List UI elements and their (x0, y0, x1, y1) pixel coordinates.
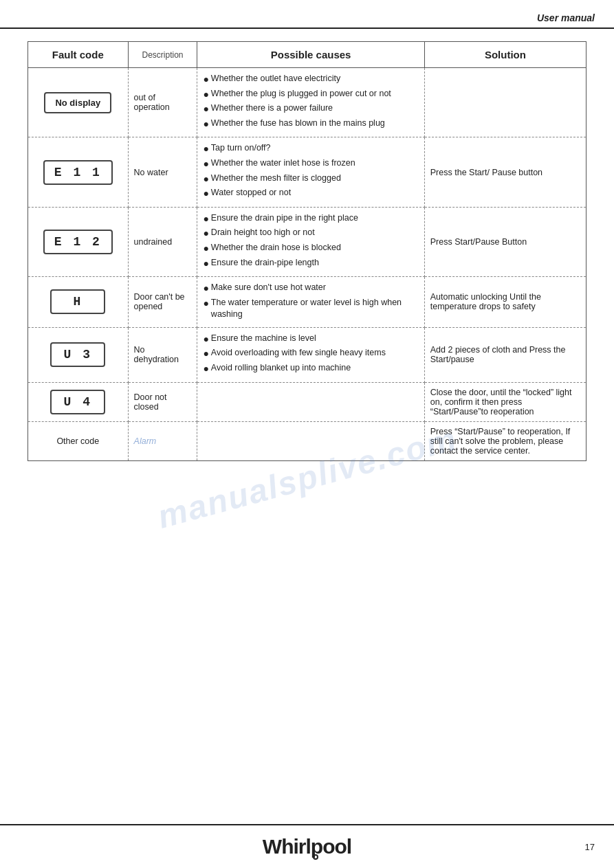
cause-text: The water temperature or water level is … (211, 297, 419, 321)
causes-cell: ●Ensure the machine is level●Avoid overl… (197, 327, 424, 382)
cause-text: Water stopped or not (211, 187, 291, 199)
cause-text: Ensure the machine is level (211, 333, 316, 345)
causes-cell: ●Whether the outlet have electricity●Whe… (197, 68, 424, 137)
cause-bullet: ● (203, 227, 208, 241)
table-row: U 4Door not closedClose the door, until … (28, 382, 586, 421)
description-cell: out of operation (128, 68, 197, 137)
main-content: Fault code Description Possible causes S… (0, 41, 614, 461)
cause-text: Ensure the drain-pipe length (211, 257, 319, 269)
cause-item: ●Ensure the drain pipe in the right plac… (203, 212, 418, 226)
cause-bullet: ● (203, 73, 208, 87)
table-row: Other codeAlarmPress “Start/Pause” to re… (28, 421, 586, 460)
cause-bullet: ● (203, 257, 208, 271)
cause-text: Whether the fuse has blown in the mains … (211, 118, 385, 130)
cause-text: Whether the mesh filter is clogged (211, 173, 341, 185)
cause-text: Make sure don't use hot water (211, 282, 326, 294)
solution-cell: Close the door, until the “locked” light… (424, 382, 586, 421)
cause-bullet: ● (203, 212, 208, 226)
cause-bullet: ● (203, 173, 208, 186)
cause-item: ●Whether the plug is plugged in power cu… (203, 88, 418, 102)
cause-item: ●Avoid overloading with few single heavy… (203, 347, 418, 361)
causes-cell: ●Make sure don't use hot water●The water… (197, 277, 424, 328)
description-cell: Door not closed (128, 382, 197, 421)
cause-bullet: ● (203, 333, 208, 346)
table-row: No displayout of operation●Whether the o… (28, 68, 586, 137)
cause-item: ●Water stopped or not (203, 187, 418, 201)
table-row: E 1 1No water●Tap turn on/off?●Whether t… (28, 137, 586, 207)
cause-bullet: ● (203, 157, 208, 171)
description-cell: Alarm (128, 421, 197, 460)
cause-item: ●Whether there is a power failure (203, 102, 418, 116)
cause-text: Ensure the drain pipe in the right place (211, 212, 358, 225)
cause-bullet: ● (203, 242, 208, 256)
table-row: U 3No dehydration●Ensure the machine is … (28, 327, 586, 382)
display-box: No display (44, 92, 111, 113)
display-box: U 3 (50, 342, 105, 367)
cause-bullet: ● (203, 187, 208, 201)
cause-item: ●Ensure the drain-pipe length (203, 257, 418, 271)
table-row: HDoor can't be opened●Make sure don't us… (28, 277, 586, 328)
fault-code-cell: U 4 (28, 382, 129, 421)
solution-cell (424, 68, 586, 137)
cause-item: ●Drain height too high or not (203, 227, 418, 241)
cause-bullet: ● (203, 362, 208, 376)
header-title: User manual (537, 12, 595, 23)
cause-bullet: ● (203, 142, 208, 156)
cause-item: ●Whether the fuse has blown in the mains… (203, 118, 418, 131)
solution-cell: Press Start/Pause Button (424, 207, 586, 276)
cause-text: Whether the drain hose is blocked (211, 242, 341, 254)
cause-item: ●Whether the water inlet hose is frozen (203, 157, 418, 171)
causes-cell: ●Ensure the drain pipe in the right plac… (197, 207, 424, 276)
fault-code-cell: E 1 1 (28, 137, 129, 207)
col-header-solution: Solution (424, 42, 586, 68)
footer: Whirlpool 17 (0, 824, 614, 868)
cause-item: ●Make sure don't use hot water (203, 282, 418, 296)
solution-cell: Press “Start/Pause” to reoperation, If s… (424, 421, 586, 460)
display-box: H (50, 289, 105, 314)
cause-text: Whether the water inlet hose is frozen (211, 157, 355, 170)
col-header-code: Fault code (28, 42, 129, 68)
fault-code-cell: No display (28, 68, 129, 137)
cause-text: Drain height too high or not (211, 227, 315, 239)
fault-code-cell: E 1 2 (28, 207, 129, 276)
cause-bullet: ● (203, 282, 208, 296)
cause-item: ●Avoid rolling blanket up into machine (203, 362, 418, 376)
cause-text: Whether there is a power failure (211, 102, 333, 115)
cause-item: ●Whether the drain hose is blocked (203, 242, 418, 256)
page-number: 17 (585, 842, 595, 852)
solution-cell: Add 2 pieces of cloth and Press the Star… (424, 327, 586, 382)
fault-code-cell: H (28, 277, 129, 328)
fault-table: Fault code Description Possible causes S… (28, 41, 586, 461)
display-box: E 1 1 (43, 160, 113, 185)
cause-text: Whether the plug is plugged in power cut… (211, 88, 391, 100)
display-box: E 1 2 (43, 230, 113, 254)
cause-text: Tap turn on/off? (211, 142, 271, 155)
solution-cell: Automatic unlocking Until the temperatur… (424, 277, 586, 328)
cause-bullet: ● (203, 118, 208, 131)
cause-bullet: ● (203, 102, 208, 116)
cause-item: ●Tap turn on/off? (203, 142, 418, 156)
cause-item: ●The water temperature or water level is… (203, 297, 418, 321)
fault-code-cell: U 3 (28, 327, 129, 382)
causes-cell (197, 382, 424, 421)
description-cell: No water (128, 137, 197, 207)
causes-cell (197, 421, 424, 460)
cause-text: Avoid overloading with few single heavy … (211, 347, 386, 359)
causes-cell: ●Tap turn on/off?●Whether the water inle… (197, 137, 424, 207)
cause-text: Avoid rolling blanket up into machine (211, 362, 351, 375)
cause-item: ●Whether the outlet have electricity (203, 73, 418, 87)
header: User manual (0, 0, 614, 29)
cause-bullet: ● (203, 347, 208, 361)
fault-code-cell: Other code (28, 421, 129, 460)
brand-logo: Whirlpool (263, 835, 351, 858)
description-cell: No dehydration (128, 327, 197, 382)
description-cell: Door can't be opened (128, 277, 197, 328)
description-cell: undrained (128, 207, 197, 276)
col-header-causes: Possible causes (197, 42, 424, 68)
cause-text: Whether the outlet have electricity (211, 73, 340, 85)
code-text: Other code (56, 436, 99, 446)
solution-cell: Press the Start/ Pause button (424, 137, 586, 207)
col-header-desc: Description (128, 42, 197, 68)
table-row: E 1 2undrained●Ensure the drain pipe in … (28, 207, 586, 276)
cause-bullet: ● (203, 88, 208, 102)
